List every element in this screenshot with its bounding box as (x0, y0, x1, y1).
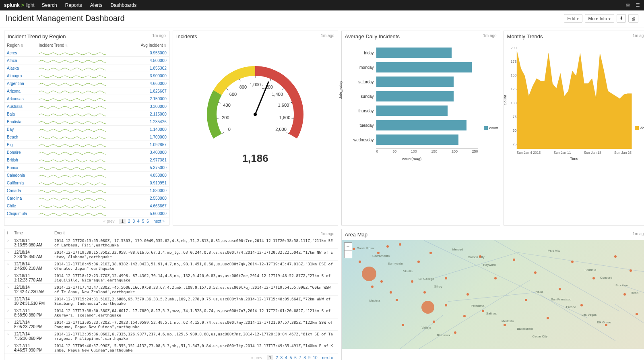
print-button[interactable]: 🖨 (628, 14, 638, 23)
table-row[interactable]: Burica 5.375000 (4, 164, 169, 172)
map-marker[interactable] (445, 277, 447, 279)
region-cell[interactable]: Alaska (4, 64, 36, 72)
pager-page[interactable]: 4 (137, 219, 140, 223)
table-row[interactable]: Argentina 4.660000 (4, 80, 169, 87)
map-marker[interactable] (411, 280, 413, 283)
expand-icon[interactable]: › (4, 261, 12, 272)
region-cell[interactable]: Chiquimula (4, 210, 36, 217)
nav-reports[interactable]: Reports (65, 2, 82, 8)
map-marker[interactable] (433, 321, 435, 323)
table-row[interactable]: Arizona 1.826667 (4, 87, 169, 95)
pager-prev[interactable]: « prev (103, 219, 115, 223)
map-marker[interactable] (396, 299, 398, 301)
map-marker[interactable] (423, 291, 426, 294)
map-marker[interactable] (421, 301, 434, 314)
map-marker[interactable] (504, 324, 506, 326)
col-event[interactable]: Event (52, 229, 338, 237)
map-marker[interactable] (513, 259, 515, 261)
map-marker[interactable] (463, 315, 466, 317)
expand-icon[interactable]: › (4, 331, 12, 342)
map-marker[interactable] (466, 293, 469, 296)
table-row[interactable]: Australia 3.300000 (4, 103, 169, 110)
map-marker[interactable] (359, 261, 361, 263)
table-row[interactable]: Chile 4.666667 (4, 202, 169, 210)
map-marker[interactable] (630, 269, 632, 272)
event-row[interactable]: › 12/18/143:13:55.080 AM 2014-12-17T20:1… (4, 237, 338, 249)
table-row[interactable]: Almagro 3.900000 (4, 72, 169, 80)
region-cell[interactable]: Baja (4, 110, 36, 118)
region-cell[interactable]: Acres (4, 49, 36, 57)
region-cell[interactable]: Beach (4, 133, 36, 141)
table-row[interactable]: Bautista 1.235426 (4, 118, 169, 126)
pager-next[interactable]: next » (154, 219, 165, 223)
event-row[interactable]: › 12/18/142:38:15.350 AM 2014-12-17T19:3… (4, 249, 338, 261)
region-cell[interactable]: Carolina (4, 194, 36, 202)
map-marker[interactable] (362, 267, 376, 281)
pager-page[interactable]: 6 (294, 356, 297, 360)
table-row[interactable]: Acres 0.956000 (4, 49, 169, 57)
table-row[interactable]: Alaska 1.855302 (4, 64, 169, 72)
pager-page[interactable]: 7 (299, 356, 301, 360)
expand-icon[interactable]: › (4, 272, 12, 284)
expand-icon[interactable]: › (4, 319, 12, 331)
menu-icon[interactable]: ☰ (636, 2, 640, 8)
map-marker[interactable] (390, 291, 392, 294)
table-row[interactable]: Arkansas 2.150000 (4, 95, 169, 103)
table-row[interactable]: Baja 2.115000 (4, 110, 169, 118)
nav-search[interactable]: Search (42, 2, 57, 8)
region-cell[interactable]: Africa (4, 57, 36, 64)
col-expand[interactable]: i (4, 229, 12, 237)
region-cell[interactable]: Arkansas (4, 95, 36, 103)
pager-page[interactable]: 3 (281, 356, 283, 360)
pager-page[interactable]: 1 (119, 219, 126, 224)
table-row[interactable]: Africa 4.500000 (4, 57, 169, 64)
pager-page[interactable]: 1 (267, 355, 273, 360)
map-marker[interactable] (623, 293, 626, 296)
map-marker[interactable] (614, 255, 617, 258)
region-cell[interactable]: Almagro (4, 72, 36, 80)
map-marker[interactable] (605, 324, 607, 326)
expand-icon[interactable]: › (4, 284, 12, 296)
event-row[interactable]: › 12/17/1410:24:31.510 PM 2014-12-17T15:… (4, 296, 338, 307)
region-cell[interactable]: Chile (4, 202, 36, 210)
table-row[interactable]: Carolina 2.550000 (4, 194, 169, 202)
expand-icon[interactable]: › (4, 342, 12, 354)
map-marker[interactable] (580, 304, 583, 306)
map-marker[interactable] (402, 324, 404, 326)
col-avg[interactable]: Avg Incident (130, 42, 169, 49)
event-row[interactable]: › 12/18/1412:42:47.230 AM 2014-12-17T17:… (4, 284, 338, 296)
event-row[interactable]: › 12/17/144:46:57.990 PM 2014-12-17T09:4… (4, 342, 338, 354)
region-cell[interactable]: California (4, 179, 36, 187)
map-marker[interactable] (445, 304, 447, 306)
pager-page[interactable]: 8 (303, 356, 306, 360)
map-marker[interactable] (494, 277, 497, 279)
map-marker[interactable] (380, 280, 383, 283)
table-row[interactable]: Bonaire 3.400000 (4, 149, 169, 156)
col-region[interactable]: Region (4, 42, 36, 49)
pager-page[interactable]: 9 (308, 356, 311, 360)
event-row[interactable]: › 12/17/147:35:36.060 PM 2014-12-17T12:3… (4, 331, 338, 342)
pager-page[interactable]: 5 (290, 356, 292, 360)
map-marker[interactable] (371, 286, 374, 288)
nav-alerts[interactable]: Alerts (90, 2, 103, 8)
map-marker[interactable] (479, 255, 481, 258)
table-row[interactable]: Big 1.092857 (4, 141, 169, 149)
col-trend[interactable]: Incident Trend (36, 42, 130, 49)
event-row[interactable]: › 12/17/148:58:50.380 PM 2014-12-17T13:5… (4, 307, 338, 319)
region-cell[interactable]: Bay (4, 126, 36, 133)
map-marker[interactable] (525, 299, 527, 301)
pager-page[interactable]: 5 (142, 219, 144, 223)
pager-page[interactable]: 2 (128, 219, 130, 223)
table-row[interactable]: Caledonia 4.850000 (4, 172, 169, 179)
pager-page[interactable]: 2 (276, 356, 278, 360)
region-cell[interactable]: Australia (4, 103, 36, 110)
edit-button[interactable]: Edit (564, 14, 582, 23)
event-row[interactable]: › 12/18/141:12:23.770 AM 2014-12-17T18:1… (4, 272, 338, 284)
pager-page[interactable]: 4 (285, 356, 287, 360)
region-cell[interactable]: Arizona (4, 87, 36, 95)
zoom-out-button[interactable]: − (345, 250, 352, 258)
event-row[interactable]: › 12/18/141:45:06.210 AM 2014-12-17T18:4… (4, 261, 338, 272)
expand-icon[interactable]: › (4, 296, 12, 307)
region-cell[interactable]: Burica (4, 164, 36, 172)
region-cell[interactable]: Argentina (4, 80, 36, 87)
